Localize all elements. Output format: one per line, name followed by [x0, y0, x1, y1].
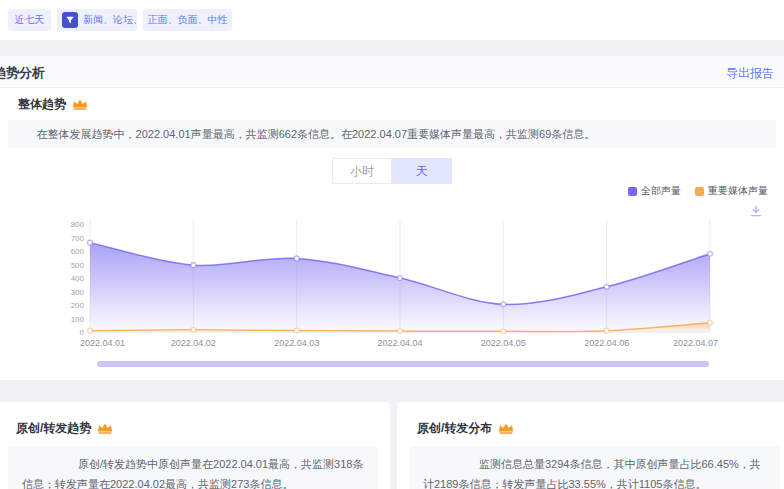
svg-text:2022.04.06: 2022.04.06: [584, 338, 629, 348]
granularity-toggle: 小时 天: [332, 158, 452, 184]
svg-text:800: 800: [71, 220, 85, 229]
svg-text:700: 700: [71, 234, 85, 243]
svg-text:2022.04.05: 2022.04.05: [481, 338, 526, 348]
crown-icon: [97, 422, 113, 435]
crown-icon: [72, 98, 88, 111]
filter-chip-label: 新闻、论坛、微信…: [83, 13, 137, 27]
trend-summary-box: 在整体发展趋势中，2022.04.01声量最高，共监测662条信息。在2022.…: [8, 120, 776, 148]
svg-text:300: 300: [71, 288, 85, 297]
chart-scrollbar[interactable]: [97, 361, 709, 367]
chart-legend: 全部声量 重要媒体声量: [628, 184, 768, 198]
card-summary-text: 原创/转发趋势中原创声量在2022.04.01最高，共监测318条信息；转发声量…: [22, 454, 364, 489]
toggle-hour[interactable]: 小时: [332, 158, 392, 184]
toggle-day[interactable]: 天: [392, 158, 452, 184]
panel-header: 趋势分析: [0, 56, 784, 88]
card-original-repost-trend: 原创/转发趋势 原创/转发趋势中原创声量在2022.04.01最高，共监测318…: [0, 402, 390, 489]
legend-label: 重要媒体声量: [708, 184, 768, 198]
trend-analysis-panel: 趋势分析 导出报告 整体趋势 在整体发展趋势中，2022.04.01声量最高，共…: [0, 56, 784, 380]
svg-text:500: 500: [71, 261, 85, 270]
card-summary-box: 监测信息总量3294条信息，其中原创声量占比66.45%，共计2189条信息；转…: [409, 446, 780, 489]
filter-chip-channels[interactable]: 新闻、论坛、微信…: [57, 9, 137, 31]
legend-marker: [695, 187, 704, 196]
export-report-link[interactable]: 导出报告: [726, 65, 774, 82]
legend-label: 全部声量: [641, 184, 681, 198]
card-title: 原创/转发分布: [417, 420, 492, 437]
legend-marker: [628, 187, 637, 196]
section-title: 整体趋势: [18, 96, 66, 113]
filter-chip-label: 正面、负面、中性: [148, 13, 228, 27]
svg-text:200: 200: [71, 301, 85, 310]
trend-chart[interactable]: 01002003004005006007008002022.04.012022.…: [8, 212, 776, 354]
svg-text:400: 400: [71, 274, 85, 283]
filter-chip-date-range[interactable]: 近七天: [8, 9, 51, 31]
channel-icon: [62, 12, 78, 28]
crown-icon: [498, 422, 514, 435]
filter-chip-sentiment[interactable]: 正面、负面、中性: [143, 9, 232, 31]
filter-chip-label: 近七天: [15, 13, 45, 27]
svg-text:600: 600: [71, 247, 85, 256]
page-title: 趋势分析: [0, 64, 45, 82]
svg-text:2022.04.03: 2022.04.03: [274, 338, 319, 348]
trend-summary-text: 在整体发展趋势中，2022.04.01声量最高，共监测662条信息。在2022.…: [8, 120, 776, 148]
filter-bar: 近七天 新闻、论坛、微信… 正面、负面、中性: [0, 0, 784, 40]
card-summary-text: 监测信息总量3294条信息，其中原创声量占比66.45%，共计2189条信息；转…: [423, 454, 766, 489]
svg-text:0: 0: [80, 328, 85, 337]
svg-text:100: 100: [71, 315, 85, 324]
card-title: 原创/转发趋势: [16, 420, 91, 437]
legend-item-total[interactable]: 全部声量: [628, 184, 681, 198]
card-summary-box: 原创/转发趋势中原创声量在2022.04.01最高，共监测318条信息；转发声量…: [8, 446, 378, 489]
card-original-repost-distribution: 原创/转发分布 监测信息总量3294条信息，其中原创声量占比66.45%，共计2…: [397, 402, 784, 489]
svg-text:2022.04.01: 2022.04.01: [80, 338, 125, 348]
svg-text:2022.04.02: 2022.04.02: [171, 338, 216, 348]
svg-text:2022.04.07: 2022.04.07: [673, 338, 718, 348]
trend-chart-svg[interactable]: 01002003004005006007008002022.04.012022.…: [8, 212, 776, 354]
legend-item-media[interactable]: 重要媒体声量: [695, 184, 768, 198]
svg-text:2022.04.04: 2022.04.04: [377, 338, 422, 348]
